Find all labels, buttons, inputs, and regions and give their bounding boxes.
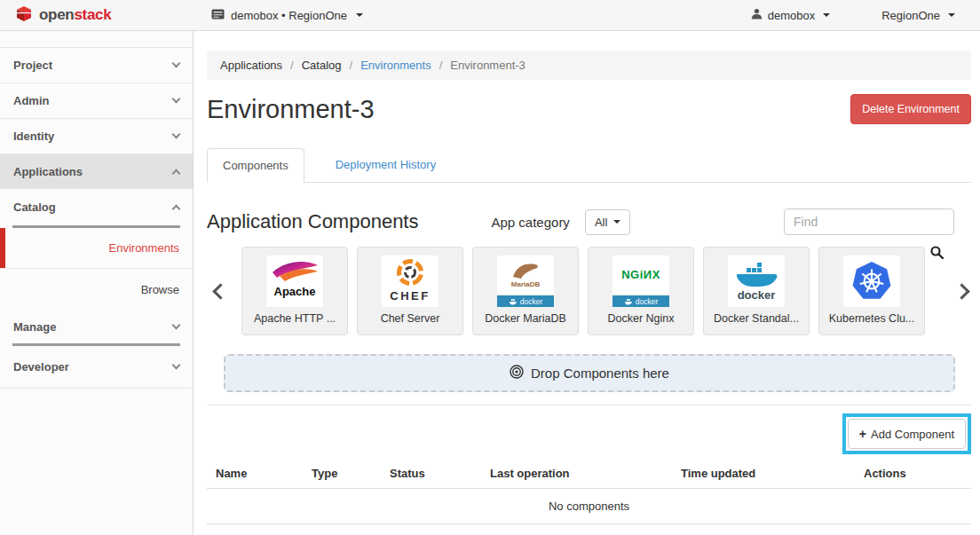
breadcrumb-link-environments[interactable]: Environments [360,59,431,72]
find-input[interactable] [784,208,954,235]
docker-whale-icon [509,298,518,305]
top-bar: openstack demobox • RegionOne demobox Re… [0,0,980,31]
section-divider [207,405,971,405]
column-header-time-updated: Time updated [674,458,857,489]
tab-components[interactable]: Components [207,148,304,183]
component-card-label: Docker Nginx [607,312,674,325]
chevron-down-icon [172,95,181,104]
add-component-label: Add Component [871,428,954,441]
caret-down-icon [823,13,830,17]
docker-logo: docker [728,256,785,307]
sidebar-item-applications[interactable]: Applications [0,154,193,189]
caret-down-icon [613,220,620,224]
context-label: demobox • RegionOne [231,9,347,22]
search-icon[interactable] [930,246,944,263]
bullseye-icon [510,365,524,382]
chevron-down-icon [172,361,181,370]
add-component-button[interactable]: + Add Component [848,419,966,449]
app-category-dropdown[interactable]: All [585,209,630,235]
add-component-highlight-box: + Add Component [842,413,971,454]
sidebar-item-environments[interactable]: Environments [0,228,193,269]
region-menu[interactable]: RegionOne [881,9,955,22]
sidebar-item-label: Developer [13,360,69,374]
chevron-up-icon [172,205,181,214]
svg-text:Apache: Apache [274,285,316,298]
sidebar: Project Admin Identity Applications Cata… [0,31,194,535]
caret-down-icon [356,13,363,17]
region-menu-label: RegionOne [881,9,940,22]
table-row-empty: No components [207,489,971,524]
sidebar-item-catalog[interactable]: Catalog [0,189,193,225]
docker-badge: docker [497,295,554,307]
mariadb-logo: MariaDB [497,256,554,294]
components-carousel: Apache Apache HTTP ... CHEF Chef Server [207,247,971,335]
kubernetes-logo [843,256,900,307]
openstack-cube-logo-icon [14,4,34,27]
component-card-docker-standalone[interactable]: docker Docker Standal... [703,247,810,335]
component-card-label: Chef Server [381,312,440,325]
breadcrumb-separator: / [350,59,353,72]
component-card-apache[interactable]: Apache Apache HTTP ... [241,247,348,335]
chevron-down-icon [172,320,181,329]
sidebar-item-label: Identity [13,130,54,143]
sidebar-item-label: Environments [109,241,179,255]
component-card-docker-nginx[interactable]: NGiИX docker Docker Nginx [588,247,694,335]
component-card-label: Docker Standal... [714,312,799,325]
sidebar-item-label: Applications [13,165,83,178]
sidebar-item-project[interactable]: Project [0,48,193,83]
column-header-actions: Actions [857,458,971,489]
project-context-dropdown[interactable]: demobox • RegionOne [211,9,363,22]
drop-zone-label: Drop Components here [531,366,669,381]
breadcrumb-separator: / [439,59,443,72]
sidebar-item-developer[interactable]: Developer [0,346,193,389]
openstack-logo: openstack [14,4,199,27]
sidebar-top-spacer [0,31,193,48]
caret-down-icon [948,13,955,17]
chevron-down-icon [172,59,181,68]
openstack-wordmark: openstack [39,6,111,24]
sidebar-item-identity[interactable]: Identity [0,119,193,154]
sidebar-item-browse[interactable]: Browse [0,269,193,310]
sidebar-item-label: Project [13,59,52,72]
empty-table-message: No components [207,489,971,524]
drop-components-zone[interactable]: Drop Components here [224,354,955,392]
breadcrumb: Applications / Catalog / Environments / … [207,51,971,80]
component-card-docker-mariadb[interactable]: MariaDB docker Docker MariaDB [472,247,579,335]
chevron-down-icon [172,130,181,139]
window-list-icon [211,9,225,22]
carousel-right-icon[interactable] [953,283,969,299]
section-heading: Application Components [207,210,418,233]
user-menu[interactable]: demobox [751,8,830,22]
user-menu-label: demobox [768,9,815,22]
sidebar-item-label: Browse [141,283,179,296]
delete-environment-button[interactable]: Delete Environment [850,94,971,124]
components-table: Name Type Status Last operation Time upd… [207,458,971,524]
breadcrumb-current: Environment-3 [450,59,526,72]
breadcrumb-item: Applications [220,59,282,72]
column-header-type: Type [304,458,383,489]
column-header-name: Name [207,458,304,489]
app-category-value: All [595,216,607,229]
column-header-last-operation: Last operation [483,458,674,489]
component-card-label: Apache HTTP ... [254,312,336,325]
plus-icon: + [859,427,866,441]
component-card-label: Kubernetes Clu... [829,312,915,325]
column-header-status: Status [383,458,483,489]
nginx-logo: NGiИX [612,256,669,294]
sidebar-item-label: Manage [13,320,56,334]
sidebar-item-admin[interactable]: Admin [0,83,193,119]
carousel-left-icon[interactable] [212,283,228,299]
docker-badge: docker [612,295,669,307]
component-card-label: Docker MariaDB [485,312,566,325]
apache-logo: Apache [266,256,323,307]
docker-whale-icon [624,298,633,305]
svg-text:CHEF: CHEF [390,289,430,303]
chef-logo: CHEF [382,256,439,307]
component-card-chef[interactable]: CHEF Chef Server [357,247,463,335]
tab-bar: Components Deployment History [207,148,971,183]
svg-text:docker: docker [738,288,776,302]
tab-deployment-history[interactable]: Deployment History [320,148,451,182]
component-card-kubernetes[interactable]: Kubernetes Clu... [818,247,925,335]
sidebar-item-manage[interactable]: Manage [0,310,193,343]
page-title: Environment-3 [207,95,375,124]
